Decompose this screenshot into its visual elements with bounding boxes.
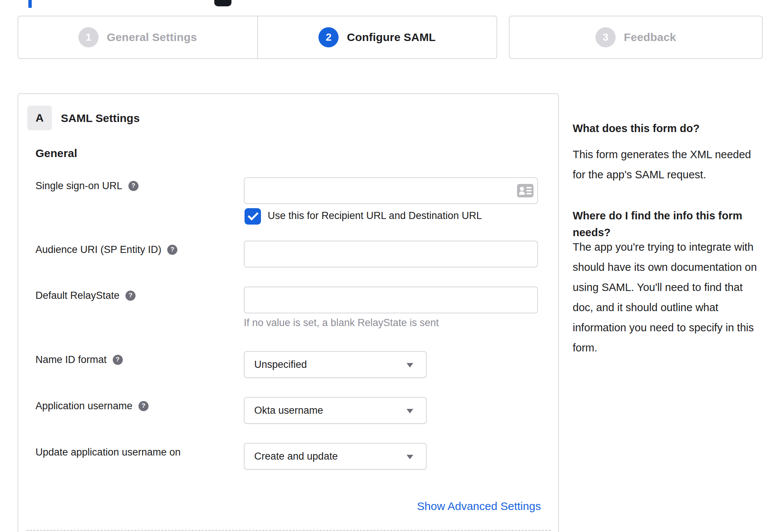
sso-url-help-icon[interactable] (128, 181, 139, 191)
default-relaystate-help-icon[interactable] (125, 291, 136, 301)
audience-uri-label: Audience URI (SP Entity ID) (35, 243, 177, 256)
section-dashed-divider (27, 530, 551, 531)
sidebar-heading-what: What does this form do? (573, 120, 700, 137)
chevron-down-icon (407, 363, 413, 367)
step-general-settings[interactable]: 1 General Settings (18, 16, 257, 58)
application-username-select[interactable]: Okta username (244, 397, 427, 424)
audience-uri-input[interactable] (244, 241, 538, 267)
chevron-down-icon (407, 409, 413, 413)
configure-saml-page: 1 General Settings 2 Configure SAML 3 Fe… (0, 0, 781, 532)
relaystate-hint: If no value is set, a blank RelayState i… (244, 317, 439, 329)
sidebar-paragraph-what: This form generates the XML needed for t… (573, 144, 751, 185)
use-for-recipient-destination-checkbox[interactable] (245, 208, 261, 225)
sso-url-input[interactable] (244, 177, 538, 204)
sso-url-label: Single sign-on URL (35, 179, 139, 192)
show-advanced-settings-link[interactable]: Show Advanced Settings (417, 500, 538, 513)
step-1-label: General Settings (107, 31, 197, 44)
name-id-format-label: Name ID format (35, 353, 123, 366)
name-id-format-value: Unspecified (254, 359, 307, 370)
sso-url-input-wrap (244, 177, 538, 204)
clipped-header-accent (28, 0, 32, 8)
step-feedback[interactable]: 3 Feedback (510, 16, 762, 58)
application-username-help-icon[interactable] (139, 401, 149, 411)
step-2-label: Configure SAML (347, 31, 436, 44)
wizard-stepper-feedback: 3 Feedback (509, 16, 763, 59)
application-username-label-text: Application username (35, 400, 133, 412)
name-id-format-select[interactable]: Unspecified (244, 351, 427, 378)
update-app-username-value: Create and update (254, 451, 338, 462)
use-for-recipient-destination-label: Use this for Recipient URL and Destinati… (268, 210, 482, 222)
update-app-username-select[interactable]: Create and update (244, 443, 427, 470)
update-app-username-label-text: Update application username on (35, 446, 181, 459)
step-3-label: Feedback (624, 31, 676, 44)
sidebar-heading-where: Where do I find the info this form needs… (573, 207, 742, 241)
general-section-heading: General (35, 147, 77, 160)
step-configure-saml[interactable]: 2 Configure SAML (257, 16, 497, 58)
application-username-label: Application username (35, 400, 149, 412)
name-id-format-help-icon[interactable] (113, 355, 123, 365)
wizard-stepper: 1 General Settings 2 Configure SAML (18, 16, 497, 59)
step-3-number-badge: 3 (595, 27, 616, 47)
clipped-header-glyph (214, 0, 231, 6)
audience-uri-label-text: Audience URI (SP Entity ID) (35, 243, 161, 256)
default-relaystate-label: Default RelayState (35, 289, 136, 302)
sso-url-label-text: Single sign-on URL (35, 179, 122, 192)
section-a-badge: A (27, 106, 52, 130)
contact-card-icon[interactable] (517, 184, 533, 197)
update-app-username-label: Update application username on (35, 446, 181, 459)
sidebar-paragraph-where: The app you're trying to integrate with … (573, 237, 757, 358)
application-username-value: Okta username (254, 405, 323, 416)
default-relaystate-input[interactable] (244, 287, 538, 313)
default-relaystate-label-text: Default RelayState (35, 289, 119, 302)
name-id-format-label-text: Name ID format (35, 353, 107, 366)
step-1-number-badge: 1 (78, 27, 99, 47)
chevron-down-icon (407, 455, 413, 459)
panel-title: SAML Settings (61, 112, 140, 125)
audience-uri-help-icon[interactable] (167, 245, 177, 255)
step-2-number-badge: 2 (318, 27, 339, 47)
